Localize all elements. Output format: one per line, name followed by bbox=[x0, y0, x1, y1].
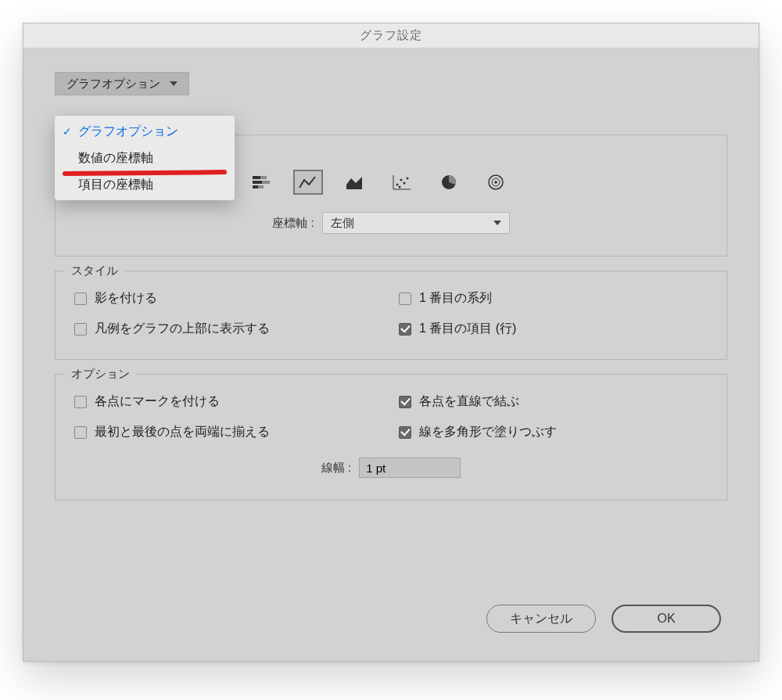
svg-point-21 bbox=[396, 184, 399, 186]
graph-type-scatter[interactable] bbox=[387, 170, 417, 195]
graph-type-pie[interactable] bbox=[434, 170, 464, 195]
dropdown-item-value-axis[interactable]: 数値の座標軸 bbox=[55, 145, 235, 171]
svg-point-24 bbox=[407, 178, 409, 180]
style-fieldset: スタイル 影を付ける 1 番目の系列 凡例をグラフの上部に表示する 1 番目の項… bbox=[55, 271, 727, 360]
checkbox-label: 各点を直線で結ぶ bbox=[419, 393, 519, 410]
button-row: キャンセル OK bbox=[486, 605, 721, 633]
section-dropdown-menu: ✓ グラフオプション 数値の座標軸 項目の座標軸 bbox=[55, 116, 235, 200]
linewidth-label: 線幅 : bbox=[321, 461, 351, 476]
window-title: グラフ設定 bbox=[360, 28, 422, 43]
dropdown-item-label: グラフオプション bbox=[78, 124, 178, 140]
svg-point-23 bbox=[404, 182, 406, 185]
checkbox-label: 1 番目の項目 (行) bbox=[419, 321, 516, 337]
check-edge-align[interactable]: 最初と最後の点を両端に揃える bbox=[74, 424, 383, 440]
linewidth-row: 線幅 : bbox=[74, 458, 708, 478]
style-legend: スタイル bbox=[65, 264, 124, 278]
check-mark-points[interactable]: 各点にマークを付ける bbox=[74, 393, 383, 410]
titlebar: グラフ設定 bbox=[23, 23, 759, 48]
svg-point-25 bbox=[399, 186, 401, 188]
axis-select[interactable]: 左側 bbox=[322, 212, 510, 234]
chevron-down-icon bbox=[493, 221, 501, 225]
graph-type-bar-hstacked[interactable] bbox=[246, 170, 276, 195]
button-label: OK bbox=[657, 612, 675, 626]
axis-row: 座標軸 : 左側 bbox=[74, 212, 708, 234]
svg-point-29 bbox=[494, 181, 497, 184]
checkbox-label: 影を付ける bbox=[95, 290, 157, 307]
check-first-row[interactable]: 1 番目の項目 (行) bbox=[399, 321, 708, 337]
checkbox-icon bbox=[74, 323, 87, 336]
checkbox-label: 1 番目の系列 bbox=[419, 290, 492, 307]
checkbox-label: 凡例をグラフの上部に表示する bbox=[95, 321, 270, 337]
checkbox-label: 線を多角形で塗りつぶす bbox=[419, 424, 557, 440]
dialog-window: グラフ設定 グラフオプション 種類 bbox=[23, 23, 759, 661]
button-label: キャンセル bbox=[510, 611, 572, 627]
section-dropdown[interactable]: グラフオプション bbox=[55, 72, 189, 95]
check-legend-top[interactable]: 凡例をグラフの上部に表示する bbox=[74, 321, 383, 337]
checkbox-icon bbox=[74, 293, 87, 305]
linewidth-input[interactable] bbox=[359, 458, 461, 478]
check-shadow[interactable]: 影を付ける bbox=[74, 290, 383, 307]
checkbox-icon bbox=[399, 426, 411, 439]
svg-marker-18 bbox=[346, 177, 362, 189]
checkbox-icon bbox=[399, 396, 411, 408]
graph-type-line[interactable] bbox=[293, 170, 323, 195]
checkbox-label: 最初と最後の点を両端に揃える bbox=[95, 424, 270, 440]
dropdown-label: グラフオプション bbox=[66, 77, 160, 92]
chevron-down-icon bbox=[170, 81, 178, 86]
dropdown-item-label: 数値の座標軸 bbox=[78, 150, 153, 167]
checkbox-icon bbox=[399, 323, 411, 336]
axis-label: 座標軸 : bbox=[272, 216, 314, 231]
option-legend: オプション bbox=[65, 367, 136, 382]
svg-point-22 bbox=[400, 179, 403, 181]
checkbox-icon bbox=[74, 426, 87, 439]
check-icon: ✓ bbox=[63, 125, 72, 138]
check-fill-polygon[interactable]: 線を多角形で塗りつぶす bbox=[399, 424, 708, 440]
check-first-series[interactable]: 1 番目の系列 bbox=[399, 290, 708, 307]
checkbox-label: 各点にマークを付ける bbox=[95, 393, 220, 410]
checkbox-icon bbox=[74, 396, 87, 408]
dropdown-item-label: 項目の座標軸 bbox=[78, 177, 153, 193]
check-connect-lines[interactable]: 各点を直線で結ぶ bbox=[399, 393, 708, 410]
svg-rect-17 bbox=[258, 185, 264, 188]
graph-type-area[interactable] bbox=[340, 170, 370, 195]
graph-type-radar[interactable] bbox=[481, 170, 511, 195]
svg-rect-15 bbox=[262, 181, 270, 184]
checkbox-icon bbox=[399, 293, 411, 305]
svg-rect-13 bbox=[260, 176, 267, 179]
ok-button[interactable]: OK bbox=[612, 605, 721, 633]
option-fieldset: オプション 各点にマークを付ける 各点を直線で結ぶ 最初と最後の点を両端に揃える… bbox=[55, 374, 727, 501]
axis-select-value: 左側 bbox=[331, 216, 354, 231]
dropdown-item-graph-options[interactable]: ✓ グラフオプション bbox=[55, 118, 235, 145]
cancel-button[interactable]: キャンセル bbox=[486, 605, 596, 633]
